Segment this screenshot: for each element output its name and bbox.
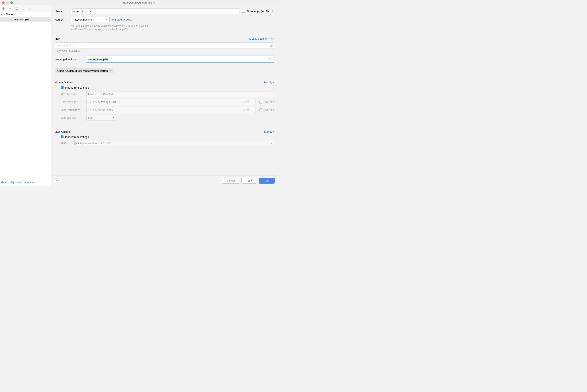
svg-rect-3 (270, 44, 272, 46)
store-checkbox[interactable] (242, 10, 245, 13)
gear-icon[interactable] (271, 9, 274, 13)
working-dir-row: Working directory: maven-simple (55, 56, 274, 63)
run-on-value: Local machine (75, 18, 93, 21)
local-repo-label: Local repository: (61, 108, 85, 112)
java-options-body: Inherit from settings JRE: 1.8 java vers… (55, 136, 274, 146)
chevron-down-icon: ▼ (270, 142, 272, 144)
java-options-head: Java Options Modify ▾ (55, 130, 274, 133)
name-row: Name: Store as project file (55, 8, 274, 14)
folder-icon[interactable] (22, 7, 25, 10)
run-on-row: Run on: ⌂ Local machine ▼ Manage targets… (55, 16, 274, 22)
run-section-head: Run Modify options ▾ ⌥M (55, 37, 274, 40)
name-label: Name: (55, 10, 68, 13)
maven-modify-link[interactable]: Modify ▾ (264, 81, 274, 84)
command-line-input[interactable] (55, 42, 274, 49)
tree-item-maven-simple[interactable]: m maven-simple (0, 17, 51, 22)
run-section-title: Run (55, 37, 60, 40)
output-level-label: Output level: (61, 116, 85, 119)
store-label: Store as project file (246, 10, 269, 13)
inherit-java-row[interactable]: Inherit from settings (61, 136, 274, 138)
browse-folder-icon (243, 108, 245, 112)
override-checkbox (259, 108, 262, 112)
chevron-down-icon: ▼ (270, 93, 272, 95)
home-icon: ⌂ (73, 18, 74, 21)
jre-version: 1.8 (78, 142, 82, 145)
cancel-button[interactable]: Cancel (222, 178, 239, 184)
expand-field-icon[interactable] (270, 44, 273, 47)
maven-home-row: Maven home: Maven 3.8.1 Bundled ▼ (61, 91, 274, 97)
edit-templates-link[interactable]: Edit configuration templates… (1, 181, 37, 184)
config-tree: ▾ m Maven m maven-simple (0, 12, 51, 179)
maven-home-label: Maven home: (61, 92, 85, 96)
local-repo-row: Local repository: ~/.m2/repository Overr… (61, 107, 274, 113)
inherit-maven-row[interactable]: Inherit from settings (61, 86, 274, 89)
window-close-icon[interactable] (2, 2, 5, 4)
svg-point-2 (272, 10, 273, 11)
help-icon[interactable]: ? (54, 178, 59, 183)
run-on-select[interactable]: ⌂ Local machine ▼ (71, 16, 110, 22)
inherit-java-checkbox[interactable] (61, 136, 64, 138)
inherit-maven-label: Inherit from settings (65, 86, 89, 89)
tool-window-chip[interactable]: Open run/debug tool window when started … (55, 68, 114, 74)
chevron-down-icon: ▾ (267, 38, 268, 40)
maven-home-select: Maven 3.8.1 Bundled ▼ (86, 91, 274, 97)
apply-button[interactable]: Apply (241, 178, 257, 184)
remove-config-icon[interactable] (8, 7, 12, 10)
close-icon[interactable]: ✕ (110, 69, 112, 72)
content: ▾ m Maven m maven-simple Edit configurat… (0, 6, 278, 186)
maven-icon: m (3, 13, 5, 16)
name-input[interactable] (71, 8, 240, 14)
field-hint: Press ⌥ for field hints (55, 50, 274, 52)
java-modify-link[interactable]: Modify ▾ (264, 130, 274, 133)
local-repo-input: ~/.m2/repository (86, 107, 256, 113)
sort-icon[interactable] (28, 7, 32, 10)
browse-folder-icon[interactable] (269, 58, 272, 61)
output-level-select: Info ▼ (86, 115, 116, 121)
user-settings-label: User settings: (61, 100, 85, 104)
maven-options-title: Maven Options (55, 81, 73, 84)
jdk-icon (74, 142, 77, 145)
sidebar: ▾ m Maven m maven-simple Edit configurat… (0, 6, 51, 186)
ok-button[interactable]: OK (259, 178, 275, 184)
modify-shortcut: ⌥M (271, 37, 274, 40)
java-options-title: Java Options (55, 130, 71, 133)
form: Name: Store as project file Run on: ⌂ Lo… (51, 6, 278, 175)
tree-root-maven[interactable]: ▾ m Maven (0, 12, 51, 17)
maven-options-body: Inherit from settings Maven home: Maven … (55, 86, 274, 121)
user-settings-override: Override (259, 100, 274, 104)
tree-item-label: maven-simple (12, 18, 29, 21)
maven-icon: m (9, 18, 11, 21)
window-title: Run/Debug Configurations (123, 1, 155, 4)
user-settings-input: ~/.m2/settings.xml (86, 99, 256, 105)
store-as-project[interactable]: Store as project file (242, 9, 274, 13)
jre-select: 1.8 java version "1.8.0_162" ▼ (72, 140, 274, 146)
copy-config-icon[interactable] (15, 7, 19, 10)
chevron-down-icon: ▾ (1, 14, 2, 16)
dialog-footer: ? Cancel Apply OK (51, 175, 278, 186)
add-config-icon[interactable] (2, 7, 6, 10)
command-line-row (55, 42, 274, 49)
chevron-down-icon: ▾ (273, 131, 274, 133)
chip-label: Open run/debug tool window when started (57, 69, 108, 72)
tree-root-label: Maven (6, 13, 14, 16)
working-dir-input[interactable]: maven-simple (86, 56, 274, 63)
override-checkbox (259, 100, 262, 104)
main-panel: Name: Store as project file Run on: ⌂ Lo… (51, 6, 278, 186)
maven-options-head: Maven Options Modify ▾ (55, 81, 274, 84)
dialog-window: Run/Debug Configurations ▾ m Maven m mav… (0, 0, 278, 186)
user-settings-row: User settings: ~/.m2/settings.xml Overri… (61, 99, 274, 105)
svg-rect-6 (74, 143, 76, 144)
working-dir-value: maven-simple (88, 58, 108, 61)
inherit-java-label: Inherit from settings (65, 136, 89, 138)
sidebar-footer: Edit configuration templates… (0, 179, 51, 186)
window-maximize-icon[interactable] (10, 2, 13, 4)
inherit-maven-checkbox[interactable] (61, 86, 64, 89)
modify-options-link[interactable]: Modify options ▾ (249, 37, 268, 40)
manage-targets-link[interactable]: Manage targets… (112, 18, 133, 21)
window-minimize-icon (6, 2, 9, 4)
jre-row: JRE: 1.8 java version "1.8.0_162" ▼ (61, 140, 274, 146)
browse-folder-icon (243, 100, 245, 104)
run-on-label: Run on: (55, 18, 68, 21)
svg-rect-1 (16, 7, 18, 9)
expand-field-icon (247, 108, 249, 112)
